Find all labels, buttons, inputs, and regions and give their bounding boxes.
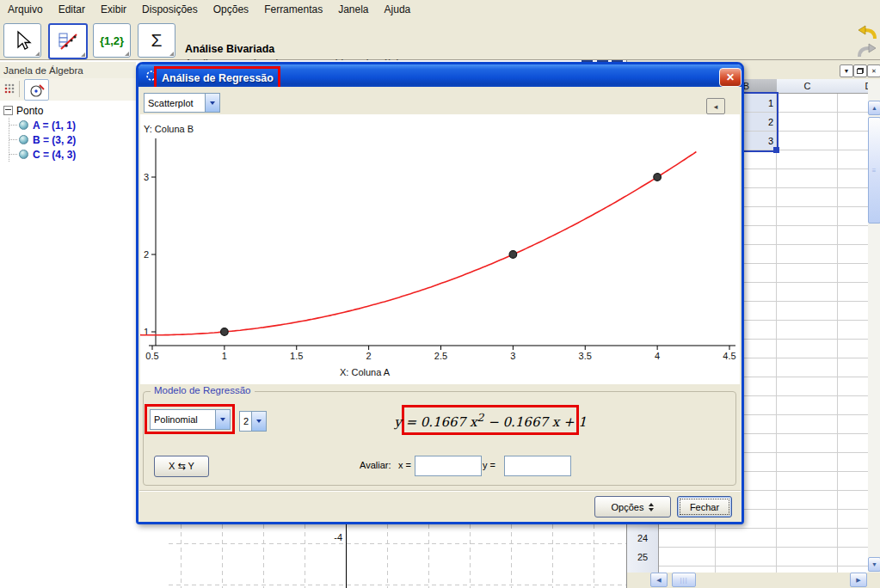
menu-item-ferramentas[interactable]: Ferramentas [256, 1, 330, 18]
collapse-plot-panel-button[interactable]: ◂ [706, 98, 725, 114]
selection-drag-handle[interactable] [773, 147, 779, 153]
spreadsheet-cell[interactable] [777, 321, 838, 340]
scroll-left-button[interactable]: ◀ [650, 573, 668, 587]
spreadsheet-cell[interactable] [777, 94, 838, 113]
algebra-tree: Ponto A = (1, 1)B = (3, 2)C = (4, 3) [0, 103, 76, 162]
spreadsheet-cell[interactable] [716, 529, 777, 548]
polynomial-degree-value: 2 [240, 416, 251, 426]
spreadsheet-cell[interactable] [777, 226, 838, 245]
regression-model-select[interactable]: Polinomial [150, 409, 231, 430]
combo-arrow-icon[interactable] [215, 410, 230, 429]
tree-point-item[interactable]: C = (4, 3) [9, 147, 76, 162]
up-down-arrows-icon [649, 503, 654, 511]
two-variable-analysis-tool-button[interactable] [48, 23, 88, 59]
spreadsheet-cell[interactable] [777, 169, 838, 188]
separator [139, 490, 741, 492]
redo-icon[interactable] [857, 43, 877, 58]
svg-text:3.5: 3.5 [579, 351, 592, 361]
spreadsheet-cell[interactable] [777, 491, 838, 510]
horizontal-scrollbar-thumb[interactable]: ||| [672, 573, 696, 587]
combo-arrow-icon[interactable] [205, 94, 219, 112]
spreadsheet-cell[interactable] [777, 510, 838, 529]
tool-dropdown-icon[interactable] [169, 52, 174, 56]
move-tool-button[interactable] [3, 23, 41, 58]
regression-model-value: Polinomial [151, 414, 215, 425]
tree-node-ponto[interactable]: Ponto [0, 103, 76, 118]
spreadsheet-cell[interactable] [777, 264, 838, 283]
spreadsheet-cell[interactable] [777, 245, 838, 264]
options-button[interactable]: Opções [594, 496, 671, 518]
combo-arrow-icon[interactable] [251, 412, 266, 431]
drag-dots-icon[interactable] [3, 83, 15, 95]
scroll-right-button[interactable]: ▶ [850, 573, 867, 587]
regression-model-groupbox: Modelo de Regressão Polinomial 2 y = 0.1… [143, 391, 736, 486]
polynomial-degree-select[interactable]: 2 [239, 411, 267, 432]
spreadsheet-cell[interactable] [777, 150, 838, 169]
close-dialog-button[interactable]: Fechar [677, 496, 732, 518]
auxiliary-objects-button[interactable] [24, 79, 49, 101]
svg-text:3: 3 [510, 351, 515, 361]
x-equals-label: x = [398, 460, 411, 470]
tree-point-item[interactable]: B = (3, 2) [9, 132, 76, 147]
menu-item-ajuda[interactable]: Ajuda [377, 1, 419, 18]
vertical-scrollbar-thumb[interactable]: ≡ [868, 117, 880, 224]
undo-icon[interactable] [857, 25, 877, 40]
menu-item-exibir[interactable]: Exibir [93, 1, 134, 18]
tool-dropdown-icon[interactable] [81, 52, 85, 57]
row-header-25[interactable]: 25 [627, 548, 659, 567]
panel-close-button[interactable]: ✕ [867, 64, 880, 77]
svg-text:2: 2 [366, 351, 372, 361]
spreadsheet-cell[interactable] [777, 283, 838, 302]
sum-tool-button[interactable]: Σ [138, 23, 175, 58]
spreadsheet-cell[interactable] [777, 548, 838, 567]
spreadsheet-cell[interactable] [659, 529, 716, 548]
plot-type-select[interactable]: Scatterplot [144, 93, 220, 113]
point-label[interactable]: B = (3, 2) [33, 134, 76, 146]
spreadsheet-cell[interactable] [777, 415, 838, 434]
swap-xy-button[interactable]: X ⇆ Y [154, 456, 209, 477]
column-header-C[interactable]: C [777, 79, 839, 94]
one-variable-analysis-tool-button[interactable]: {1,2} [93, 23, 131, 58]
spreadsheet-cell[interactable] [659, 548, 716, 567]
spreadsheet-cell[interactable] [777, 377, 838, 396]
algebra-style-bar [0, 78, 136, 101]
row-header-24[interactable]: 24 [627, 529, 659, 548]
menu-item-opes[interactable]: Opções [206, 1, 256, 18]
tool-dropdown-icon[interactable] [125, 52, 129, 56]
spreadsheet-cell[interactable] [777, 132, 838, 150]
collapse-node-icon[interactable] [3, 106, 13, 115]
spreadsheet-cell[interactable] [777, 434, 838, 453]
menu-item-disposies[interactable]: Disposições [134, 1, 206, 18]
spreadsheet-cell[interactable] [777, 188, 838, 207]
evaluate-y-input[interactable] [504, 456, 571, 476]
annotation-box-model: Polinomial [145, 404, 235, 434]
tool-dropdown-icon[interactable] [35, 52, 40, 56]
spreadsheet-cell[interactable] [777, 396, 838, 415]
point-label[interactable]: C = (4, 3) [33, 149, 76, 161]
panel-menu-button[interactable]: ▼ [840, 64, 853, 77]
scroll-up-button[interactable]: ▲ [868, 101, 880, 115]
spreadsheet-cell[interactable] [777, 529, 838, 548]
spreadsheet-cell[interactable] [777, 340, 838, 358]
svg-text:1: 1 [222, 351, 227, 361]
tree-connector [9, 139, 17, 140]
spreadsheet-cell[interactable] [777, 113, 838, 132]
spreadsheet-cell[interactable] [777, 358, 838, 377]
spreadsheet-cell[interactable] [716, 548, 777, 567]
menu-item-editar[interactable]: Editar [51, 1, 93, 18]
spreadsheet-cell[interactable] [777, 472, 838, 491]
menu-item-arquivo[interactable]: Arquivo [0, 1, 51, 18]
tree-point-item[interactable]: A = (1, 1) [9, 118, 76, 132]
dialog-close-button[interactable]: ✕ [719, 68, 742, 87]
scroll-down-button[interactable]: ▼ [868, 557, 880, 572]
spreadsheet-cell[interactable] [777, 302, 838, 321]
point-label[interactable]: A = (1, 1) [33, 119, 76, 132]
menu-item-janela[interactable]: Janela [330, 1, 376, 18]
evaluate-x-input[interactable] [415, 456, 482, 476]
spreadsheet-cell[interactable] [777, 207, 838, 226]
annotation-box-equation: y = 0.1667 x2 − 0.1667 x + 1 [402, 405, 579, 435]
dialog-title-bar[interactable]: Análise de Regressão ✕ [138, 64, 742, 87]
panel-restore-button[interactable] [853, 64, 867, 77]
spreadsheet-cell[interactable] [777, 453, 838, 472]
algebra-view-title: Janela de Álgebra [3, 65, 83, 76]
